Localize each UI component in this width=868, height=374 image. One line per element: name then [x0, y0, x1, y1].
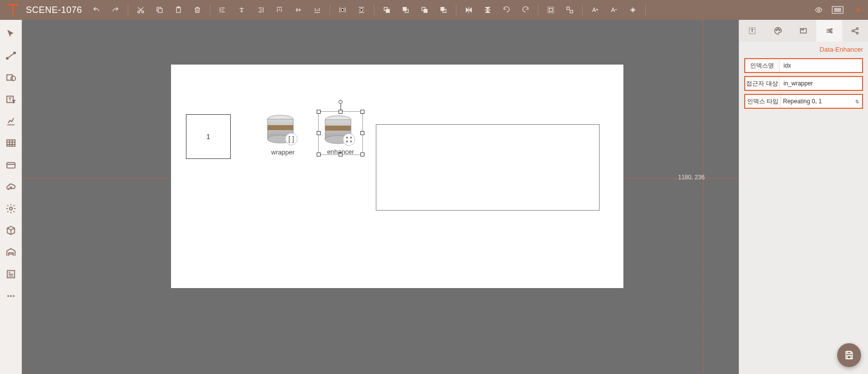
shape-tool-icon[interactable]: [2, 69, 20, 86]
svg-rect-24: [6, 140, 15, 147]
redo-icon[interactable]: [106, 0, 125, 20]
align-bottom-icon[interactable]: [308, 0, 327, 20]
svg-point-44: [346, 141, 348, 143]
toolbar-separator: [645, 4, 646, 16]
font-decrease-icon[interactable]: [605, 0, 623, 20]
ungroup-icon[interactable]: [560, 0, 579, 20]
index-box[interactable]: 1: [186, 114, 231, 159]
svg-point-18: [6, 58, 8, 60]
toolbar-separator: [582, 4, 583, 16]
rotate-cw-icon[interactable]: [516, 0, 535, 20]
index-type-select[interactable]: Repeating 0, 1: [781, 95, 862, 108]
select-tool-icon[interactable]: [2, 25, 20, 43]
tab-colors[interactable]: [765, 20, 791, 42]
svg-rect-34: [267, 125, 293, 130]
warehouse-tool-icon[interactable]: [2, 243, 20, 261]
chart-tool-icon[interactable]: [2, 112, 20, 130]
svg-point-28: [7, 295, 9, 297]
accessor-target-input[interactable]: [780, 77, 862, 90]
left-toolbox: T: [0, 20, 22, 374]
field-label: 인덱스 타입: [745, 95, 781, 108]
cube-tool-icon[interactable]: [2, 222, 20, 239]
delete-icon[interactable]: [188, 0, 207, 20]
tab-settings[interactable]: [816, 20, 842, 42]
cut-icon[interactable]: [131, 0, 150, 20]
tab-effects[interactable]: [791, 20, 817, 42]
svg-point-48: [778, 28, 779, 29]
exit-icon[interactable]: [847, 0, 866, 20]
database-icon: [ ]: [265, 114, 300, 146]
scene-page[interactable]: 1 [ ] wrapper: [171, 65, 623, 288]
distribute-h-icon[interactable]: [333, 0, 352, 20]
svg-point-41: [343, 134, 355, 146]
form-tool-icon[interactable]: [2, 265, 20, 283]
gear-tool-icon[interactable]: [2, 200, 20, 218]
pointer-coordinates: 1180, 236: [678, 174, 704, 181]
group-icon[interactable]: [541, 0, 560, 20]
wrapper-node[interactable]: [ ] wrapper: [265, 114, 300, 156]
rotation-handle[interactable]: [339, 100, 343, 104]
toolbar-separator: [330, 4, 330, 16]
svg-point-43: [350, 137, 352, 139]
wrapper-label: wrapper: [265, 149, 300, 156]
tab-text-style[interactable]: [739, 20, 765, 42]
empty-rectangle[interactable]: [376, 124, 600, 211]
bring-forward-icon[interactable]: [415, 0, 434, 20]
svg-rect-59: [847, 352, 851, 354]
cloud-tool-icon[interactable]: [2, 178, 20, 196]
bring-front-icon[interactable]: [377, 0, 396, 20]
save-button[interactable]: [837, 343, 861, 367]
align-center-h-icon[interactable]: [232, 0, 251, 20]
svg-point-47: [776, 29, 777, 30]
svg-rect-12: [441, 7, 444, 11]
align-left-icon[interactable]: [213, 0, 232, 20]
more-tool-icon[interactable]: [2, 287, 20, 305]
fit-icon[interactable]: [623, 0, 642, 20]
svg-rect-14: [549, 8, 553, 12]
top-toolbar: SCENE-1076: [0, 0, 868, 20]
scene-title: SCENE-1076: [24, 5, 87, 15]
svg-rect-16: [570, 10, 573, 13]
rotate-ccw-icon[interactable]: [497, 0, 516, 20]
selection-box[interactable]: enhancer: [318, 111, 363, 155]
field-label: 인덱스명: [745, 59, 780, 72]
panel-tabs: [739, 20, 868, 42]
send-back-icon[interactable]: [396, 0, 415, 20]
toolbar-separator: [210, 4, 210, 16]
svg-point-42: [346, 137, 348, 139]
line-tool-icon[interactable]: [2, 47, 20, 65]
field-index-type: 인덱스 타입 Repeating 0, 1: [744, 94, 863, 109]
fullscreen-icon[interactable]: [828, 0, 847, 20]
svg-point-19: [13, 52, 15, 54]
toolbar-separator: [538, 4, 538, 16]
text-tool-icon[interactable]: T: [2, 90, 20, 108]
flip-v-icon[interactable]: [478, 0, 497, 20]
visibility-icon[interactable]: [809, 0, 828, 20]
distribute-v-icon[interactable]: [352, 0, 371, 20]
container-tool-icon[interactable]: [2, 156, 20, 174]
svg-point-52: [803, 29, 804, 30]
align-top-icon[interactable]: [270, 0, 289, 20]
svg-point-54: [829, 30, 831, 32]
table-tool-icon[interactable]: [2, 134, 20, 152]
database-icon: [323, 115, 358, 147]
index-box-text: 1: [206, 133, 210, 141]
guide-vertical-icon: [703, 20, 703, 374]
paste-icon[interactable]: [169, 0, 188, 20]
svg-text:[ ]: [ ]: [288, 135, 294, 143]
svg-point-53: [831, 29, 832, 30]
font-increase-icon[interactable]: [586, 0, 605, 20]
align-right-icon[interactable]: [251, 0, 270, 20]
tab-share[interactable]: [842, 20, 868, 42]
svg-point-30: [12, 295, 14, 297]
svg-rect-6: [386, 9, 390, 13]
app-logo: [5, 2, 21, 18]
svg-point-0: [138, 11, 140, 13]
copy-icon[interactable]: [150, 0, 169, 20]
index-name-input[interactable]: [780, 59, 862, 72]
flip-h-icon[interactable]: [459, 0, 478, 20]
align-center-v-icon[interactable]: [289, 0, 308, 20]
canvas-area[interactable]: 1180, 236 1 [ ] wrapper: [22, 20, 739, 374]
undo-icon[interactable]: [87, 0, 106, 20]
send-backward-icon[interactable]: [434, 0, 453, 20]
